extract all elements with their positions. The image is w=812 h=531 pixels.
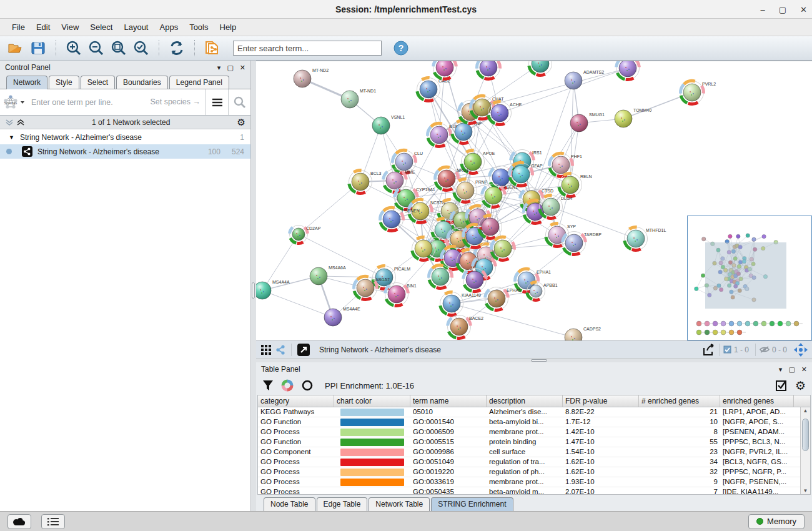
task-history-button[interactable] [41,514,65,529]
table-settings-gear-icon[interactable]: ⚙ [795,380,806,392]
enrichment-table[interactable]: categorychart colorterm namedescriptionF… [257,395,811,495]
column-header[interactable]: category [258,395,334,407]
scrollbar-thumb[interactable] [802,419,809,451]
tab-string-enrichment[interactable]: STRING Enrichment [431,497,513,511]
graph-node-dlg4[interactable]: DLG4 [540,196,573,219]
tab-legend-panel[interactable]: Legend Panel [169,76,229,89]
splitter-handle-h[interactable] [531,359,547,362]
ring-chart-icon[interactable] [301,379,314,392]
graph-node[interactable] [492,237,515,260]
column-header[interactable]: FDR p-value [563,395,639,407]
navigator-compass-icon[interactable] [793,342,808,357]
zoom-out-icon[interactable] [87,39,106,57]
string-options-icon[interactable] [205,89,228,115]
collapse-all-icon[interactable] [5,118,14,127]
table-row[interactable]: GO FunctionGO:0005515protein binding1.47… [258,437,800,447]
menu-tools[interactable]: Tools [184,20,214,34]
graph-node-mt-nd2[interactable]: MT-ND2 [294,68,329,87]
cloud-tasks-button[interactable] [7,514,31,529]
network-row-selected[interactable]: String Network - Alzheimer's disease 100… [0,144,250,159]
table-row[interactable]: GO ProcessGO:0006509membrane prot...1.42… [258,427,800,437]
string-logo-icon[interactable]: STRING [0,89,27,115]
table-panel-menu-icon[interactable]: ▾ [779,365,783,374]
graph-node-mt-nd1[interactable]: MT-ND1 [341,89,376,108]
select-columns-icon[interactable] [775,379,788,392]
network-from-file-icon[interactable] [203,39,222,57]
minimize-button[interactable]: – [761,5,765,14]
tab-network-table[interactable]: Network Table [369,497,430,511]
export-network-icon[interactable] [701,343,716,357]
expand-all-icon[interactable] [16,118,25,127]
column-header[interactable]: term name [410,395,487,407]
graph-node[interactable] [412,237,435,261]
tab-style[interactable]: Style [49,76,79,89]
help-icon[interactable]: ? [392,39,410,57]
scroll-down-icon[interactable]: ▼ [803,488,808,494]
graph-node[interactable] [479,216,502,239]
menu-file[interactable]: File [6,20,31,34]
graph-node[interactable] [463,269,487,292]
scroll-up-icon[interactable]: ▲ [803,408,808,414]
open-session-button[interactable] [6,39,25,57]
graph-node-epha5[interactable]: EPHA5 [485,287,522,310]
graph-node[interactable] [433,61,457,79]
zoom-fit-icon[interactable] [109,39,128,57]
graph-node-ms4a4e[interactable]: MS4A4E [324,307,360,326]
share-network-icon[interactable] [275,344,286,355]
column-header[interactable]: # enriched genes [639,395,720,407]
panel-float-icon[interactable]: ▢ [227,64,233,72]
search-input[interactable] [233,41,382,56]
column-header[interactable]: enriched genes [720,395,794,407]
graph-node-pvrl2[interactable]: PVRL2 [681,81,716,104]
menu-apps[interactable]: Apps [154,20,184,34]
tab-boundaries[interactable]: Boundaries [116,76,168,89]
tab-edge-table[interactable]: Edge Table [317,497,368,511]
zoom-selected-icon[interactable] [132,39,151,57]
table-row[interactable]: GO ProcessGO:0019220regulation of ph...1… [258,467,800,477]
graph-node-bin1[interactable]: BIN1 [385,283,417,306]
panel-splitter-horizontal[interactable] [256,358,812,362]
close-button[interactable]: ✕ [800,5,807,14]
column-header[interactable]: description [487,395,563,407]
graph-node[interactable] [529,61,552,76]
graph-node-vsnl1[interactable]: VSNL1 [372,115,405,134]
table-vertical-scrollbar[interactable]: ▲ ▼ [800,407,810,494]
string-query-input[interactable] [27,89,205,115]
save-session-button[interactable] [29,39,47,57]
graph-node-cd2ap[interactable]: CD2AP [290,226,321,244]
detach-view-icon[interactable] [297,343,310,357]
tab-node-table[interactable]: Node Table [264,497,315,511]
menu-view[interactable]: View [56,20,84,34]
splitter-handle[interactable] [252,282,255,299]
tree-expander-icon[interactable]: ▼ [9,134,14,141]
graph-node-ms4a4a[interactable]: MS4A4A [256,280,290,299]
panel-close-icon[interactable]: ✕ [240,64,245,72]
tab-select[interactable]: Select [81,76,115,89]
table-row[interactable]: GO ProcessGO:0050435beta-amyloid m...2.0… [258,487,800,494]
refresh-icon[interactable] [167,39,186,57]
menu-help[interactable]: Help [214,20,242,34]
graph-node-mthfd1l[interactable]: MTHFD1L [625,227,666,251]
tab-network[interactable]: Network [6,76,47,89]
panel-menu-icon[interactable]: ▾ [217,64,221,72]
graph-node-tardbp[interactable]: TARDBP [563,232,602,255]
network-panel-gear-icon[interactable]: ⚙ [237,117,245,127]
maximize-button[interactable]: ▢ [779,5,786,14]
menu-edit[interactable]: Edit [31,20,56,34]
graph-node-bace2[interactable]: BACE2 [448,315,484,339]
string-search-icon[interactable] [228,89,250,115]
table-row[interactable]: GO ProcessGO:0033619membrane prot...1.93… [258,477,800,487]
graph-node-tomm40[interactable]: TOMM40 [615,108,651,127]
filter-icon[interactable] [262,380,274,391]
table-row[interactable]: KEGG Pathways05010Alzheimer's dise...8.8… [258,407,800,417]
table-row[interactable]: GO ComponentGO:0009986cell surface1.54E-… [258,447,800,457]
graph-node-cadps2[interactable]: CADPS2 [565,327,601,340]
table-panel-close-icon[interactable]: ✕ [801,365,807,374]
graph-node-smug1[interactable]: SMUG1 [570,112,605,132]
graph-node[interactable] [429,265,452,288]
grid-view-icon[interactable] [260,344,272,356]
column-header[interactable]: chart color [334,395,410,407]
graph-node[interactable] [616,61,640,80]
zoom-in-icon[interactable] [64,39,83,57]
navigator-viewport[interactable] [705,242,786,309]
